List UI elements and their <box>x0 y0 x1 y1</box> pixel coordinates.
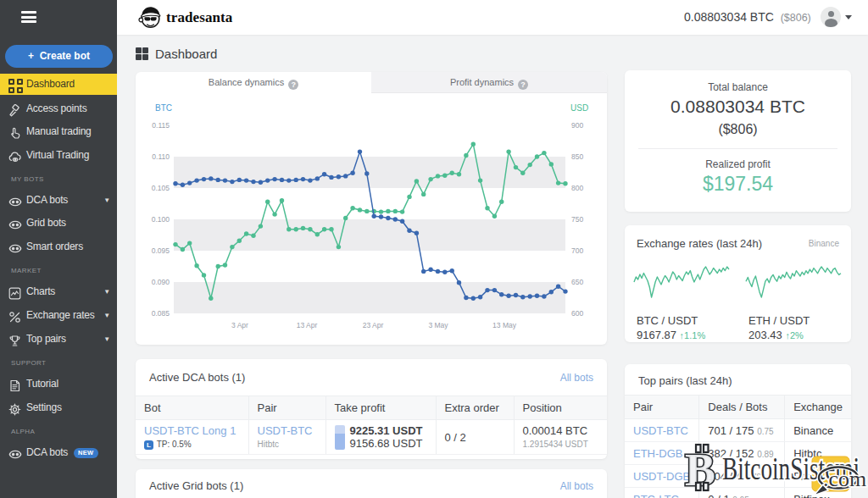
svg-text:BTC: BTC <box>155 103 172 113</box>
svg-text:0.090: 0.090 <box>152 278 170 286</box>
svg-text:0.105: 0.105 <box>152 184 170 192</box>
svg-text:0.095: 0.095 <box>152 246 170 255</box>
svg-text:23 Apr: 23 Apr <box>363 321 384 329</box>
svg-text:0.110: 0.110 <box>152 152 170 161</box>
svg-text:0.115: 0.115 <box>152 121 170 130</box>
svg-text:800: 800 <box>571 184 583 192</box>
svg-text:13 May: 13 May <box>492 321 517 329</box>
svg-text:0.100: 0.100 <box>152 215 170 224</box>
svg-text:3 May: 3 May <box>428 321 448 329</box>
svg-text:3 Apr: 3 Apr <box>231 321 248 329</box>
svg-text:.com: .com <box>823 467 866 491</box>
svg-text:13 Apr: 13 Apr <box>297 321 318 329</box>
svg-text:650: 650 <box>571 278 583 286</box>
svg-text:USD: USD <box>570 103 588 113</box>
svg-text:850: 850 <box>571 152 583 161</box>
svg-text:700: 700 <box>571 246 583 255</box>
svg-text:0.085: 0.085 <box>152 309 170 318</box>
svg-text:900: 900 <box>571 121 583 130</box>
svg-text:750: 750 <box>571 215 583 224</box>
svg-text:600: 600 <box>571 309 583 318</box>
